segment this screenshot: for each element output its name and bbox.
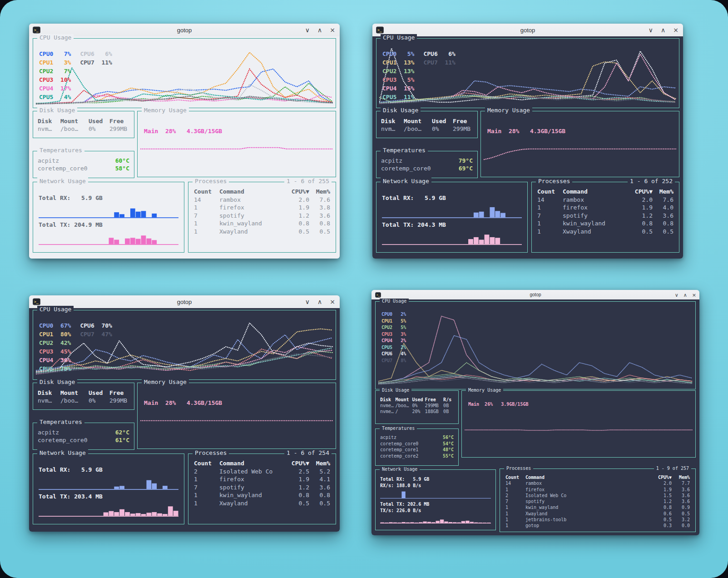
processes-panel: Processes1 - 6 of 255CountCommandCPU%▼Me… [188, 182, 336, 253]
sensor-name: coretemp_core2 [380, 453, 418, 459]
cpu-usage-panel: CPU UsageCPU0 5%CPU1 13%CPU2 13%CPU3 5%C… [376, 38, 679, 108]
sensor-value: 69°C [459, 164, 473, 172]
temperature-row: coretemp_core054°C [380, 441, 454, 447]
process-mem: 3.6 [653, 212, 674, 220]
disk-row: nvme…/20%188GB0B208KB [380, 409, 454, 414]
process-row: 1firefox1.94.0 [537, 204, 674, 212]
close-button[interactable]: × [673, 27, 678, 33]
terminal-icon: >_ [375, 292, 381, 298]
process-count: 1 [505, 511, 525, 517]
process-header-row: CountCommandCPU%▼Mem% [194, 188, 330, 196]
process-mem: 0.5 [653, 228, 674, 236]
temperature-row: acpitz79°C [381, 157, 473, 164]
processes-table: CountCommandCPU%▼Mem%14rambox2.07.61fire… [532, 182, 679, 252]
window-titlebar[interactable]: >_gotop∨∧× [372, 24, 683, 37]
gotop-window-bottom-right[interactable]: >_gotop∨∧×CPU UsageCPU0 2%CPU1 5%CPU2 5%… [371, 290, 699, 535]
process-command: rambox [563, 196, 628, 204]
network-rx-total: Total RX: 5.9 GB [380, 476, 491, 483]
process-mem: Mem% [653, 188, 674, 196]
window-titlebar[interactable]: >_gotop∨∧× [29, 24, 340, 37]
memory-chart [462, 391, 695, 457]
window-controls: ∨∧× [305, 27, 335, 33]
window-titlebar[interactable]: >_gotop∨∧× [371, 290, 699, 300]
cpu-legend-item-cpu4: CPU4 2% [381, 338, 406, 345]
sensor-value: 62°C [115, 429, 129, 436]
process-command: firefox [563, 204, 628, 212]
disk-cell: /boo… [60, 397, 89, 404]
minimize-button[interactable]: ∨ [305, 27, 310, 33]
temperature-row: coretemp_core058°C [38, 164, 129, 172]
maximize-button[interactable]: ∧ [317, 299, 322, 305]
process-row: 1jetbrains-toolb0.53.2 [505, 517, 690, 523]
cpu-legend-item-cpu3: CPU3 3% [381, 332, 406, 339]
maximize-button[interactable]: ∧ [683, 292, 687, 297]
close-button[interactable]: × [692, 292, 696, 297]
process-command: kwin_wayland [525, 504, 651, 510]
process-cpu: 0.6 [651, 511, 672, 517]
close-button[interactable]: × [330, 299, 335, 305]
process-count: 1 [505, 517, 525, 523]
minimize-button[interactable]: ∨ [675, 292, 678, 297]
process-count: 1 [194, 228, 219, 236]
disk-header-cell: Mount [404, 117, 432, 125]
temperature-row: acpitz62°C [38, 429, 129, 436]
process-cpu: 1.2 [285, 212, 309, 220]
maximize-button[interactable]: ∧ [661, 27, 665, 33]
network-usage-panel: Network UsageTotal RX: 5.9 GBTotal TX: 2… [376, 182, 528, 253]
process-row: 14rambox2.07.6 [194, 196, 330, 204]
process-command: spotify [563, 212, 628, 220]
temperature-rows: acpitz79°Ccoretemp_core069°C [376, 151, 477, 178]
process-row: 1Xwayland0.50.5 [537, 228, 674, 236]
process-header-row: CountCommandCPU%▼Mem% [537, 188, 674, 196]
process-count: 1 [194, 491, 219, 499]
disk-cell: 0B [443, 403, 454, 409]
process-cpu: 0.5 [285, 228, 309, 236]
temperatures-panel: Temperaturesacpitz62°Ccoretemp_core061°C [33, 423, 134, 450]
minimize-button[interactable]: ∨ [649, 27, 653, 33]
network-body: Total RX: 5.9 GBTotal TX: 204.3 MB [376, 182, 527, 252]
close-button[interactable]: × [330, 27, 335, 33]
network-tx-chart [39, 230, 178, 245]
process-command: Command [219, 459, 285, 468]
process-command: rambox [525, 480, 651, 486]
process-mem: 4.0 [653, 204, 674, 212]
cpu-legend-item-cpu7: CPU7 11% [80, 59, 112, 68]
processes-panel: Processes1 - 9 of 257CountCommandCPU%▼Me… [500, 468, 696, 532]
process-cpu: 1.9 [285, 204, 309, 212]
window-title: gotop [177, 27, 192, 34]
process-mem: 0.8 [309, 219, 330, 228]
gotop-window-top-right[interactable]: >_gotop∨∧×CPU UsageCPU0 5%CPU1 13%CPU2 1… [372, 24, 683, 259]
memory-main-label: Main 28% 4.3GB/15GB [487, 128, 565, 135]
process-count: 14 [505, 480, 525, 486]
window-titlebar[interactable]: >_gotop∨∧× [29, 295, 340, 309]
process-cpu: 0.5 [651, 517, 672, 523]
gotop-window-bottom-left[interactable]: >_gotop∨∧×CPU UsageCPU0 67%CPU1 80%CPU2 … [29, 295, 340, 532]
cpu-legend-item-cpu1: CPU1 13% [382, 59, 414, 68]
process-count: 7 [505, 498, 525, 504]
disk-row: nvm…/boo…0%299MB [38, 125, 129, 133]
process-count: 1 [194, 219, 219, 228]
cpu-legend-item-cpu7: CPU7 8% [381, 358, 406, 365]
maximize-button[interactable]: ∧ [317, 27, 322, 33]
network-tx-total: Total TX: 203.4 MB [39, 493, 178, 501]
minimize-button[interactable]: ∨ [305, 299, 310, 305]
process-count: 14 [194, 196, 219, 204]
temperature-row: coretemp_core061°C [38, 436, 129, 444]
process-cpu: 0.8 [285, 491, 309, 499]
process-count: 1 [194, 204, 219, 212]
cpu-legend: CPU0 2%CPU1 5%CPU2 5%CPU3 3%CPU4 2%CPU5 … [381, 312, 406, 364]
disk-cell: /boo… [404, 125, 432, 133]
process-mem: 0.8 [309, 491, 330, 499]
network-tx-total: Total TX: 202.6 MB [380, 501, 491, 508]
cpu-usage-panel: CPU UsageCPU0 67%CPU1 80%CPU2 42%CPU3 45… [33, 310, 336, 380]
process-row: 14rambox2.07.6 [537, 196, 674, 204]
cpu-legend-item-cpu2: CPU2 42% [39, 339, 71, 348]
disk-cell: nvm… [38, 397, 60, 404]
process-mem: 0.5 [672, 511, 690, 517]
process-mem: 3.6 [309, 212, 330, 220]
gotop-window-top-left[interactable]: >_gotop∨∧×CPU UsageCPU0 7%CPU1 3%CPU2 7%… [29, 24, 340, 259]
disk-row: nvm…/boo…0%299MB [381, 125, 473, 133]
process-row: 1Xwayland0.50.5 [194, 228, 330, 236]
network-tx-chart [380, 514, 491, 523]
disk-cell: 20% [412, 409, 425, 414]
